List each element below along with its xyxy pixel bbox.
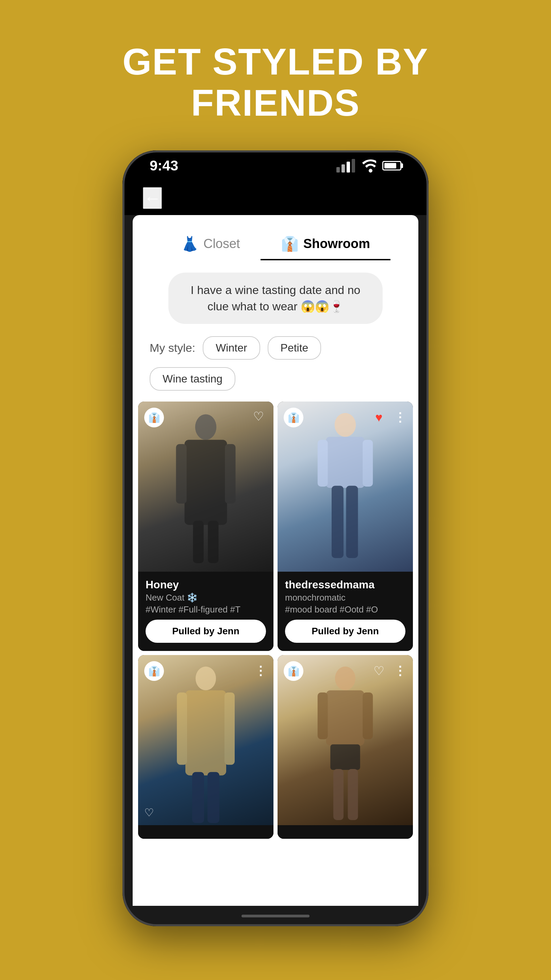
svg-rect-23 xyxy=(333,769,343,820)
app-screen: 👗 Closet 👔 Showroom I have a wine tastin… xyxy=(133,215,418,906)
like-button-2[interactable]: ♥ xyxy=(370,409,388,426)
more-button-4[interactable]: ⋮ xyxy=(393,664,407,678)
showroom-badge-1: 👔 xyxy=(144,408,164,427)
username-2: thedressedmama xyxy=(285,579,405,591)
svg-rect-11 xyxy=(346,486,358,558)
svg-rect-21 xyxy=(362,692,373,740)
showroom-badge-2: 👔 xyxy=(284,408,303,427)
signal-icon xyxy=(337,159,355,172)
style-label: My style: xyxy=(150,341,195,355)
status-bar: 9:43 xyxy=(122,150,429,181)
wifi-icon xyxy=(361,158,376,174)
style-tag-winter[interactable]: Winter xyxy=(203,336,260,360)
outfit-card-3: 👔 ⋮ ♡ xyxy=(138,655,273,839)
closet-tab-label: Closet xyxy=(203,237,240,251)
style-tags-row: My style: Winter Petite Wine tasting xyxy=(133,336,418,391)
tab-showroom[interactable]: 👔 Showroom xyxy=(260,229,391,260)
svg-rect-8 xyxy=(318,440,328,487)
outfit-image-1: 👔 ♡ xyxy=(138,401,273,572)
svg-rect-1 xyxy=(185,440,227,525)
request-text: I have a wine tasting date and no clue w… xyxy=(191,283,360,313)
page-headline: GET STYLED BY FRIENDS xyxy=(122,41,429,123)
svg-rect-19 xyxy=(326,690,365,746)
card-info-1: Honey New Coat ❄️ #Winter #Full-figured … xyxy=(138,572,273,651)
outfit-image-3: 👔 ⋮ ♡ xyxy=(138,655,273,825)
phone-shell: 9:43 ← 👗 Closet 👔 Showroom xyxy=(122,150,429,926)
more-button-2[interactable]: ⋮ xyxy=(393,410,407,425)
nav-bar: ← xyxy=(122,181,429,215)
like-button-1[interactable]: ♡ xyxy=(250,408,267,425)
card-info-3 xyxy=(138,825,273,839)
tab-closet[interactable]: 👗 Closet xyxy=(160,229,260,260)
svg-rect-13 xyxy=(185,690,226,775)
card-info-2: thedressedmama monochromatic #mood board… xyxy=(278,572,413,651)
subtitle-1: New Coat ❄️ xyxy=(146,592,266,603)
svg-rect-4 xyxy=(193,520,204,563)
back-button[interactable]: ← xyxy=(143,187,162,209)
request-bubble: I have a wine tasting date and no clue w… xyxy=(168,272,383,324)
svg-rect-3 xyxy=(225,444,235,504)
home-bar xyxy=(241,915,310,917)
svg-rect-10 xyxy=(332,486,343,558)
outfit-card-2: 👔 ♥ ⋮ thedressedmama monochromatic #mood… xyxy=(278,401,413,651)
more-button-3[interactable]: ⋮ xyxy=(254,661,267,681)
svg-rect-16 xyxy=(192,772,204,823)
username-1: Honey xyxy=(146,579,266,591)
tags-1: #Winter #Full-figured #T xyxy=(146,605,266,615)
outfit-card-1: 👔 ♡ Honey New Coat ❄️ #Winter #Full-figu… xyxy=(138,401,273,651)
showroom-tab-icon: 👔 xyxy=(281,235,299,252)
svg-rect-9 xyxy=(362,440,373,487)
outfit-grid: 👔 ♡ Honey New Coat ❄️ #Winter #Full-figu… xyxy=(133,401,418,839)
status-icons xyxy=(337,158,401,174)
svg-rect-20 xyxy=(318,692,328,740)
outfit-card-4: 👔 ♡ ⋮ xyxy=(278,655,413,839)
battery-icon xyxy=(382,161,401,170)
headline-line1: GET STYLED BY xyxy=(122,40,429,82)
svg-rect-2 xyxy=(176,444,187,504)
svg-rect-24 xyxy=(348,769,358,820)
status-time: 9:43 xyxy=(150,158,178,174)
svg-rect-22 xyxy=(330,745,360,770)
outfit-image-4: 👔 ♡ ⋮ xyxy=(278,655,413,825)
style-tag-petite[interactable]: Petite xyxy=(268,336,321,360)
tab-bar: 👗 Closet 👔 Showroom xyxy=(133,215,418,260)
tags-2: #mood board #Ootd #O xyxy=(285,605,405,615)
pulled-by-button-1[interactable]: Pulled by Jenn xyxy=(146,620,266,643)
svg-rect-5 xyxy=(208,520,218,563)
svg-rect-17 xyxy=(208,772,219,823)
card-info-4 xyxy=(278,825,413,839)
home-indicator xyxy=(133,906,418,926)
showroom-badge-4: 👔 xyxy=(284,661,303,681)
pulled-by-button-2[interactable]: Pulled by Jenn xyxy=(285,620,405,643)
outfit-image-2: 👔 ♥ ⋮ xyxy=(278,401,413,572)
svg-rect-7 xyxy=(326,437,365,488)
style-tag-wine[interactable]: Wine tasting xyxy=(150,367,235,391)
closet-tab-icon: 👗 xyxy=(181,235,198,252)
svg-rect-15 xyxy=(224,692,235,765)
like-button-4[interactable]: ♡ xyxy=(370,662,388,680)
showroom-badge-3: 👔 xyxy=(144,661,164,681)
headline-line2: FRIENDS xyxy=(191,82,360,124)
showroom-tab-label: Showroom xyxy=(303,237,370,251)
svg-rect-14 xyxy=(177,692,187,765)
subtitle-2: monochromatic xyxy=(285,592,405,603)
